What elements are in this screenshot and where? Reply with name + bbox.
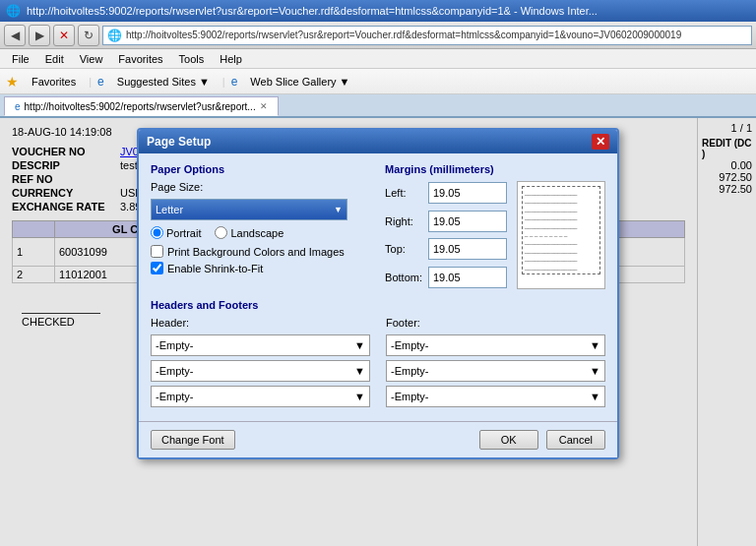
hf-footer-arrow-1: ▼ [590, 339, 600, 351]
page-size-dropdown-container: Letter ▼ [151, 199, 369, 220]
hf-header-select-1[interactable]: -Empty- ▼ [151, 334, 370, 356]
stop-button[interactable]: ✕ [53, 25, 75, 46]
page-size-label: Page Size: [151, 181, 210, 193]
page-size-select[interactable]: Letter ▼ [151, 199, 347, 220]
print-bg-checkbox[interactable] [151, 245, 163, 258]
footer-col-label: Footer: [386, 317, 605, 331]
footer-label: Footer: [386, 317, 605, 329]
tab-close-button[interactable]: ✕ [260, 101, 268, 111]
dialog-title: Page Setup [147, 135, 211, 149]
page-size-value: Letter [156, 204, 183, 215]
margins-section: Margins (millimeters) Left: Right: Top: … [385, 163, 605, 289]
header-label: Header: [151, 317, 370, 329]
dialog-close-button[interactable]: ✕ [592, 134, 609, 150]
menu-edit[interactable]: Edit [37, 49, 72, 68]
page-size-arrow: ▼ [334, 205, 343, 214]
hf-footer-value-3: -Empty- [391, 391, 429, 402]
browser-toolbar: ◀ ▶ ✕ ↻ 🌐 http://hoitvoltes5:9002/report… [0, 22, 756, 49]
suggested-sites-label: Suggested Sites [117, 76, 196, 88]
browser-titlebar: 🌐 http://hoitvoltes5:9002/reports/rwserv… [0, 0, 756, 22]
hf-header-value-3: -Empty- [156, 391, 194, 402]
favorites-button[interactable]: Favorites [25, 73, 83, 91]
hf-footer-select-3[interactable]: -Empty- ▼ [386, 386, 605, 407]
portrait-label: Portrait [166, 227, 201, 239]
top-margin-input[interactable] [428, 238, 507, 260]
hf-row-2: -Empty- ▼ -Empty- ▼ [151, 360, 605, 382]
dialog-body: Paper Options Page Size: Letter ▼ [139, 153, 617, 421]
bottom-margin-input[interactable] [428, 267, 507, 288]
hf-footer-select-2[interactable]: -Empty- ▼ [386, 360, 605, 382]
hf-footer-value-2: -Empty- [391, 365, 429, 377]
left-margin-input[interactable] [428, 182, 507, 204]
menu-file[interactable]: File [4, 49, 37, 68]
hf-footer-select-1[interactable]: -Empty- ▼ [386, 334, 605, 356]
margins-title: Margins (millimeters) [385, 163, 605, 175]
browser-title: http://hoitvoltes5:9002/reports/rwservle… [27, 5, 598, 17]
paper-options-section: Paper Options Page Size: Letter ▼ [151, 163, 369, 289]
margins-preview-row: Left: Right: Top: Bottom: [385, 181, 605, 289]
hf-labels-row: Header: Footer: [151, 317, 605, 331]
landscape-radio-label[interactable]: Landscape [215, 226, 284, 239]
menu-bar: File Edit View Favorites Tools Help [0, 49, 756, 69]
menu-help[interactable]: Help [212, 49, 250, 68]
hf-row2-left: -Empty- ▼ [151, 360, 370, 382]
print-bg-text: Print Background Colors and Images [167, 246, 345, 258]
suggested-sites-arrow: ▼ [199, 76, 210, 88]
active-tab-label: http://hoitvoltes5:9002/reports/rwservle… [25, 101, 256, 112]
hf-header-arrow-2: ▼ [354, 365, 365, 377]
shrink-text: Enable Shrink-to-Fit [167, 263, 263, 274]
preview-dashed-box: ________________________________________… [522, 186, 600, 274]
menu-view[interactable]: View [72, 49, 111, 68]
back-button[interactable]: ◀ [4, 25, 26, 46]
portrait-radio[interactable] [151, 226, 163, 239]
right-margin-input[interactable] [428, 211, 507, 232]
hf-header-arrow-1: ▼ [354, 339, 365, 351]
top-margin-label: Top: [385, 243, 422, 255]
page-preview: ________________________________________… [517, 181, 605, 289]
hf-header-select-3[interactable]: -Empty- ▼ [151, 386, 370, 407]
hf-footer-arrow-2: ▼ [590, 365, 600, 377]
dialog-footer: Change Font OK Cancel [139, 421, 617, 457]
hf-row1-right: -Empty- ▼ [386, 334, 605, 356]
active-tab[interactable]: e http://hoitvoltes5:9002/reports/rwserv… [4, 96, 279, 116]
forward-button[interactable]: ▶ [29, 25, 50, 46]
separator-2: | [222, 76, 225, 88]
shrink-checkbox[interactable] [151, 262, 163, 274]
bottom-margin-label: Bottom: [385, 272, 422, 283]
favorites-star-icon: ★ [6, 74, 19, 90]
active-tab-icon: e [15, 101, 21, 112]
cancel-button[interactable]: Cancel [546, 430, 605, 450]
hf-header-value-1: -Empty- [156, 339, 194, 351]
hf-footer-arrow-3: ▼ [590, 391, 600, 402]
refresh-button[interactable]: ↻ [78, 25, 99, 46]
hf-row2-right: -Empty- ▼ [386, 360, 605, 382]
margin-grid: Left: Right: Top: Bottom: [385, 181, 507, 289]
menu-tools[interactable]: Tools [171, 49, 213, 68]
portrait-radio-label[interactable]: Portrait [151, 226, 201, 239]
hf-row1-left: -Empty- ▼ [151, 334, 370, 356]
web-slice-button[interactable]: Web Slice Gallery ▼ [243, 73, 356, 91]
favorites-bar: ★ Favorites | e Suggested Sites ▼ | e We… [0, 69, 756, 94]
hf-row3-right: -Empty- ▼ [386, 386, 605, 407]
menu-favorites[interactable]: Favorites [110, 49, 170, 68]
hf-header-select-2[interactable]: -Empty- ▼ [151, 360, 370, 382]
shrink-row: Enable Shrink-to-Fit [151, 262, 369, 274]
address-text: http://hoitvoltes5:9002/reports/rwservle… [126, 30, 681, 40]
hf-header-value-2: -Empty- [156, 365, 194, 377]
right-margin-label: Right: [385, 215, 422, 227]
change-font-button[interactable]: Change Font [151, 430, 235, 450]
hf-row-1: -Empty- ▼ -Empty- ▼ [151, 334, 605, 356]
address-bar[interactable]: 🌐 http://hoitvoltes5:9002/reports/rwserv… [102, 26, 752, 45]
shrink-label[interactable]: Enable Shrink-to-Fit [151, 262, 369, 274]
suggested-sites-button[interactable]: Suggested Sites ▼ [110, 73, 217, 91]
hf-row-3: -Empty- ▼ -Empty- ▼ [151, 386, 605, 407]
print-bg-row: Print Background Colors and Images [151, 245, 369, 258]
browser-icon: 🌐 [6, 4, 21, 18]
ok-button[interactable]: OK [479, 430, 538, 450]
landscape-radio[interactable] [215, 226, 227, 239]
content-area: 18-AUG-10 14:19:08 VOUCHER NO JV06020090… [0, 118, 756, 546]
tab-bar: e http://hoitvoltes5:9002/reports/rwserv… [0, 94, 756, 118]
dialog-titlebar: Page Setup ✕ [139, 130, 617, 153]
hf-row3-left: -Empty- ▼ [151, 386, 370, 407]
print-bg-label[interactable]: Print Background Colors and Images [151, 245, 369, 258]
